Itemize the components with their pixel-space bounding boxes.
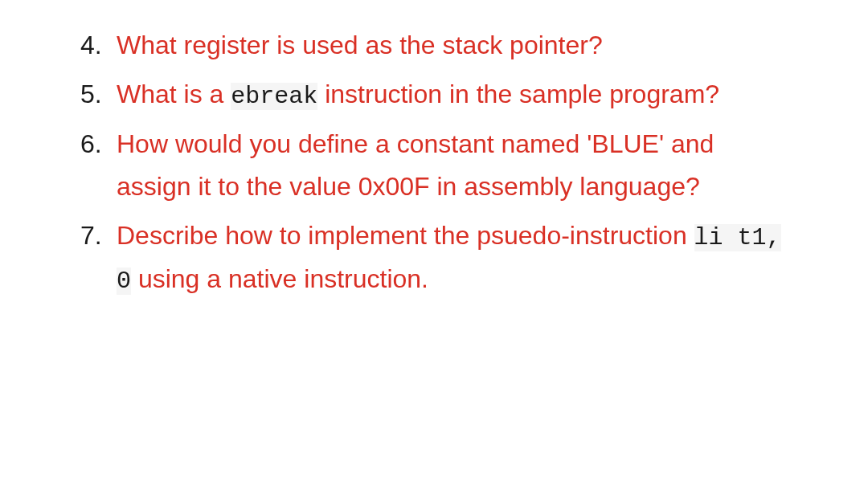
question-text-part1: Describe how to implement the psuedo-ins… [117, 221, 694, 250]
code-snippet: ebreak [231, 83, 317, 110]
question-item-4: What register is used as the stack point… [80, 24, 788, 67]
question-text: What register is used as the stack point… [117, 31, 603, 59]
question-text-part2: using a native instruction. [131, 264, 428, 293]
question-item-5: What is a ebreak instruction in the samp… [80, 73, 788, 117]
question-item-7: Describe how to implement the psuedo-ins… [80, 214, 788, 302]
question-text: How would you define a constant named 'B… [117, 129, 714, 201]
question-list: What register is used as the stack point… [80, 24, 788, 302]
question-item-6: How would you define a constant named 'B… [80, 123, 788, 208]
question-text-part2: instruction in the sample program? [317, 80, 719, 108]
question-text-part1: What is a [117, 80, 231, 108]
